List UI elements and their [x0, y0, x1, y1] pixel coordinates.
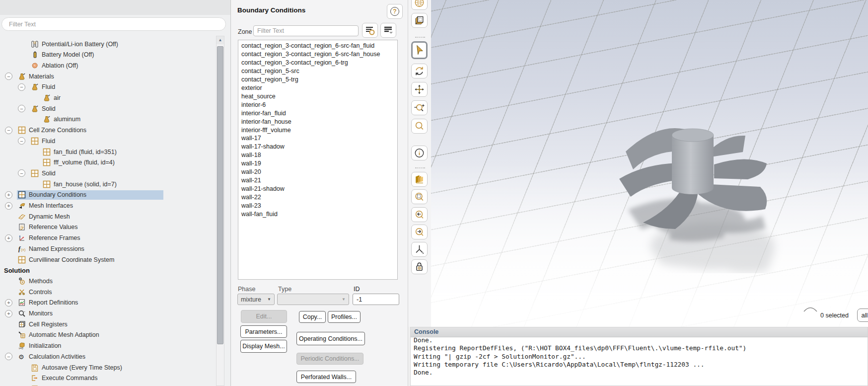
tree-item-inner[interactable] [30, 384, 44, 386]
tree-item-inner[interactable]: Reference Frames [17, 233, 82, 243]
display-mesh-sphere-button[interactable] [411, 0, 428, 10]
zoom-in-out-button[interactable] [411, 100, 428, 115]
view-forward-button[interactable] [411, 225, 428, 239]
tree-scrollbar-thumb[interactable] [217, 46, 223, 344]
display-mesh-button[interactable]: Display Mesh... [240, 340, 287, 353]
tree-scrollbar[interactable]: ▲ [216, 36, 224, 386]
tree-item-materials[interactable]: − Materials [0, 71, 216, 81]
zone-list-item[interactable]: wall-fan_fluid [241, 210, 397, 219]
tree-item-inner[interactable]: Ablation (Off) [30, 61, 80, 70]
tree-item-monitors[interactable]: + Monitors [0, 309, 216, 319]
tree-item-inner[interactable]: Solid [30, 104, 58, 113]
console-panel[interactable]: Console Done.Registering ReportDefFiles,… [410, 327, 868, 386]
tree-item-mesh-interfaces[interactable]: + Mesh Interfaces [0, 201, 216, 211]
select-all-button[interactable]: all [857, 309, 868, 322]
edit-button[interactable]: Edit... [241, 310, 287, 323]
tree-item-automatic-mesh-adaption[interactable]: Automatic Mesh Adaption [0, 330, 216, 340]
tree-item-fluid[interactable]: − Fluid [0, 136, 216, 146]
expander-icon[interactable]: + [5, 234, 12, 242]
expander-icon[interactable]: + [5, 310, 12, 317]
tree-item-inner[interactable]: Fluid [30, 136, 57, 146]
zone-id-field[interactable] [353, 294, 399, 305]
tree-item-potential-li-ion-battery-off[interactable]: Potential/Li-ion Battery (Off) [0, 39, 216, 49]
expander-icon[interactable]: − [5, 73, 12, 80]
periodic-conditions-button[interactable]: Periodic Conditions... [296, 353, 363, 365]
phase-dropdown[interactable]: mixture ▼ [237, 294, 275, 305]
type-dropdown[interactable]: ▼ [277, 294, 349, 305]
tree-item-solid[interactable]: − Solid [0, 168, 216, 178]
zone-list-item[interactable]: exterior [241, 84, 397, 92]
tree-item-inner[interactable]: Fluid [30, 82, 57, 92]
view-back-button[interactable] [411, 207, 428, 222]
tree-item-inner[interactable]: Solution [3, 266, 32, 275]
tree-item-dynamic-mesh[interactable]: Dynamic Mesh [0, 211, 216, 222]
rotate-view-button[interactable] [411, 64, 428, 78]
expander-icon[interactable]: − [18, 169, 25, 177]
tree-item-inner[interactable]: aluminum [42, 115, 82, 124]
zone-list-item[interactable]: interior-fan_house [241, 118, 397, 126]
tree-item-battery-model-off[interactable]: Battery Model (Off) [0, 50, 216, 60]
axes-triad-button[interactable] [411, 242, 428, 257]
tree-item-inner[interactable]: Mesh Interfaces [17, 201, 75, 211]
tree-item-inner[interactable]: Monitors [17, 309, 55, 318]
parameters-button[interactable]: Parameters... [240, 325, 287, 338]
copy-button[interactable]: Copy... [299, 311, 326, 323]
collapse-chevron-icon[interactable] [802, 304, 818, 312]
tree-item-inner[interactable]: fan_fluid (fluid, id=351) [42, 147, 119, 156]
sort-zones-button[interactable] [362, 23, 378, 38]
tree-item-inner[interactable]: air [42, 93, 63, 103]
tree-item-named-expressions[interactable]: f(x) Named Expressions [0, 243, 216, 254]
tree-item-inner[interactable]: Execute Commands [30, 374, 100, 383]
tree-item-aluminum[interactable]: aluminum [0, 114, 216, 125]
tree-item-inner[interactable]: Potential/Li-ion Battery (Off) [30, 39, 120, 49]
tree-item-inner[interactable]: Battery Model (Off) [30, 50, 96, 60]
tree-item-cell-registers[interactable]: Cell Registers [0, 319, 216, 329]
expander-icon[interactable]: − [18, 83, 25, 91]
zone-list-item[interactable]: wall-17 [241, 134, 397, 143]
scroll-up-arrow-icon[interactable]: ▲ [217, 36, 224, 44]
zone-listbox[interactable]: contact_region_3-contact_region_6-src-fa… [238, 40, 398, 280]
zone-list-item[interactable]: wall-22 [241, 193, 397, 202]
tree-item-curvillinear-coordinate-system[interactable]: Curvillinear Coordinate System [0, 254, 216, 265]
tree-item-tree-item[interactable] [0, 384, 216, 386]
zone-list-item[interactable]: wall-20 [241, 168, 397, 176]
list-options-button[interactable] [380, 23, 396, 38]
tree-item-methods[interactable]: Methods [0, 276, 216, 286]
tree-item-inner[interactable]: Automatic Mesh Adaption [17, 330, 101, 340]
tree-item-cell-zone-conditions[interactable]: − Cell Zone Conditions [0, 125, 216, 136]
tree-item-inner[interactable]: Solid [30, 168, 58, 178]
tree-item-inner[interactable]: Reference Values [17, 223, 79, 232]
zone-list-item[interactable]: contact_region_3-contact_region_6-trg [241, 59, 397, 67]
tree-item-initialization[interactable]: t=0 Initialization [0, 341, 216, 351]
tree-item-fan-fluid-fluid-id-351[interactable]: fan_fluid (fluid, id=351) [0, 147, 216, 157]
tree-item-inner[interactable]: Controls [17, 287, 54, 297]
zone-list-item[interactable]: interior-fff_volume [241, 126, 397, 135]
zone-list-item[interactable]: contact_region_3-contact_region_6-src-fa… [241, 42, 397, 50]
tree-item-solid[interactable]: − Solid [0, 103, 216, 114]
zone-list-item[interactable]: contact_region_5-trg [241, 76, 397, 84]
profiles-button[interactable]: Profiles... [328, 311, 361, 323]
tree-item-report-definitions[interactable]: + Report Definitions [0, 298, 216, 308]
views-perspective-box-button[interactable] [411, 13, 428, 28]
lock-view-button[interactable] [411, 259, 428, 274]
tree-item-ablation-off[interactable]: Ablation (Off) [0, 60, 216, 71]
pan-view-button[interactable] [411, 82, 428, 97]
zone-filter-input[interactable] [253, 25, 359, 36]
tree-item-reference-frames[interactable]: + Reference Frames [0, 233, 216, 243]
tree-item-boundary-conditions[interactable]: + Boundary Conditions [0, 190, 216, 200]
help-button[interactable]: ? [387, 4, 403, 19]
tree-item-inner[interactable]: Curvillinear Coordinate System [17, 255, 116, 264]
zone-list-item[interactable]: wall-18 [241, 151, 397, 159]
tree-item-calculation-activities[interactable]: − ⚙ Calculation Activities [0, 351, 216, 362]
tree-item-execute-commands[interactable]: Execute Commands [0, 373, 216, 384]
tree-item-inner[interactable]: Autosave (Every Time Steps) [30, 363, 124, 372]
tree-item-inner[interactable]: t=0 Initialization [17, 341, 63, 351]
zone-list-item[interactable]: heat_source [241, 92, 397, 101]
display-quick-slices-button[interactable] [411, 172, 428, 187]
expander-icon[interactable]: + [5, 202, 12, 210]
pointer-select-button[interactable] [411, 41, 428, 59]
tree-item-inner[interactable]: Methods [17, 276, 55, 286]
expander-icon[interactable]: + [5, 191, 12, 199]
zone-list-item[interactable]: wall-23 [241, 202, 397, 210]
expander-icon[interactable]: − [5, 127, 12, 134]
